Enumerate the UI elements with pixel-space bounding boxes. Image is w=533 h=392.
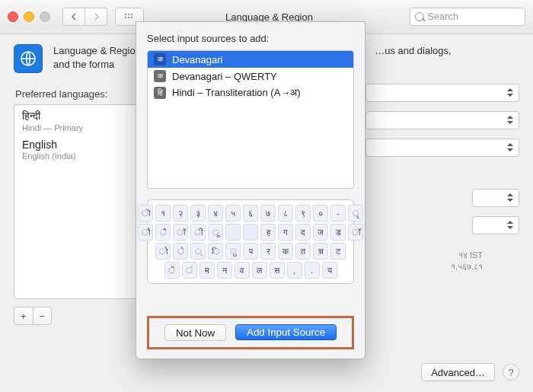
- key: प: [243, 243, 258, 260]
- nav-buttons: [62, 8, 107, 26]
- key: ल: [252, 262, 267, 279]
- lang-name: English: [22, 139, 136, 151]
- key: २: [173, 205, 188, 221]
- temperature-select[interactable]: [472, 216, 519, 234]
- key: -: [330, 205, 346, 221]
- key: ज: [313, 224, 328, 241]
- desc-text-1b: …us and dialogs,: [375, 45, 451, 56]
- bottom-bar: Advanced… ?: [421, 363, 519, 381]
- input-source-label: Devanagari: [172, 54, 223, 65]
- key: ्: [190, 243, 206, 260]
- example-number: १,५६७.८१: [451, 262, 483, 271]
- first-day-select[interactable]: [365, 111, 519, 129]
- input-source-icon: हि: [154, 87, 166, 99]
- desc-text-2: and the forma: [53, 59, 114, 70]
- kb-row-3: ोे्िुपरकतचट: [152, 243, 349, 260]
- lang-sub: English (India): [22, 151, 136, 161]
- key: ,: [287, 262, 302, 279]
- example-time: १४ IST: [458, 250, 483, 260]
- window: Language & Region Search Language & Regi…: [0, 0, 533, 392]
- key: ५: [225, 205, 241, 221]
- key: म: [199, 262, 215, 279]
- key: ौ: [138, 224, 153, 241]
- key: त: [295, 243, 311, 260]
- key: ग: [278, 224, 293, 241]
- preferred-languages-list[interactable]: हिन्दी Hindi — Primary English English (…: [14, 104, 145, 299]
- key: क: [278, 243, 293, 260]
- key: ॉ: [173, 224, 188, 241]
- input-source-icon: क: [154, 70, 166, 82]
- key: च: [313, 243, 328, 260]
- key: ०: [313, 205, 328, 221]
- region-select[interactable]: [365, 84, 519, 102]
- input-source-list[interactable]: क Devanagari क Devanagari – QWERTY हि Hi…: [147, 50, 354, 189]
- key: ॉ: [348, 224, 363, 241]
- input-source-item[interactable]: हि Hindi – Transliteration (A→अ): [148, 84, 353, 101]
- key: ट: [330, 243, 346, 260]
- key: द: [295, 224, 311, 241]
- input-source-item[interactable]: क Devanagari – QWERTY: [148, 68, 353, 84]
- key: ी: [190, 224, 206, 241]
- key: [225, 224, 241, 241]
- add-remove-buttons: + −: [14, 307, 52, 325]
- key: ड: [330, 224, 346, 241]
- key: .: [305, 262, 320, 279]
- lang-name: हिन्दी: [22, 110, 136, 123]
- key: न: [217, 262, 232, 279]
- svg-point-1: [128, 14, 129, 15]
- search-placeholder: Search: [427, 11, 458, 22]
- lang-item[interactable]: हिन्दी Hindi — Primary: [22, 110, 136, 132]
- key: ो: [155, 243, 171, 260]
- key: [243, 224, 258, 241]
- svg-point-3: [125, 17, 126, 18]
- remove-language-button[interactable]: −: [34, 308, 52, 324]
- back-button[interactable]: [62, 8, 85, 26]
- desc-text-1a: Language & Region: [53, 45, 141, 56]
- key: ॊ: [138, 205, 153, 221]
- key: य: [322, 262, 337, 279]
- key: १: [155, 205, 171, 221]
- search-field[interactable]: Search: [410, 8, 525, 26]
- key: ३: [190, 205, 206, 221]
- add-language-button[interactable]: +: [14, 308, 34, 324]
- not-now-button[interactable]: Not Now: [164, 324, 226, 341]
- close-dot[interactable]: [8, 11, 18, 22]
- calendar-select[interactable]: [365, 139, 519, 157]
- key: ु: [225, 243, 241, 260]
- key: ६: [243, 205, 258, 221]
- forward-button[interactable]: [85, 8, 107, 26]
- key: ९: [295, 205, 311, 221]
- minimize-dot[interactable]: [24, 11, 34, 22]
- key: ं: [182, 262, 197, 279]
- advanced-button[interactable]: Advanced…: [421, 363, 495, 381]
- svg-point-2: [131, 14, 132, 15]
- globe-icon: [14, 44, 43, 73]
- traffic-lights: [8, 11, 50, 22]
- lang-item[interactable]: English English (India): [22, 139, 136, 161]
- input-source-label: Hindi – Transliteration (A→अ): [172, 87, 301, 99]
- key: ै: [155, 224, 171, 241]
- kb-row-4: ॆंमनवलस,.य: [152, 262, 349, 279]
- sheet-actions: Not Now Add Input Source: [147, 316, 354, 349]
- svg-point-0: [125, 14, 126, 15]
- key: ॆ: [164, 262, 180, 279]
- lang-sub: Hindi — Primary: [22, 123, 136, 132]
- key: ू: [208, 224, 223, 241]
- key: ८: [278, 205, 293, 221]
- key: ृ: [348, 205, 363, 221]
- key: ४: [208, 205, 223, 221]
- kb-row-2: ौैॉीूहगदजडॉ: [152, 224, 349, 241]
- input-source-label: Devanagari – QWERTY: [172, 71, 277, 82]
- svg-point-5: [131, 17, 132, 18]
- key: ह: [260, 224, 276, 241]
- zoom-dot[interactable]: [40, 11, 50, 22]
- sheet-prompt: Select input sources to add:: [147, 33, 354, 44]
- time-format-select[interactable]: [472, 189, 519, 207]
- input-source-sheet: Select input sources to add: क Devanagar…: [136, 21, 365, 359]
- key: े: [173, 243, 188, 260]
- key: ७: [260, 205, 276, 221]
- input-source-icon: क: [154, 53, 166, 65]
- add-input-source-button[interactable]: Add Input Source: [235, 324, 337, 340]
- input-source-item[interactable]: क Devanagari: [148, 51, 353, 68]
- help-button[interactable]: ?: [503, 364, 519, 381]
